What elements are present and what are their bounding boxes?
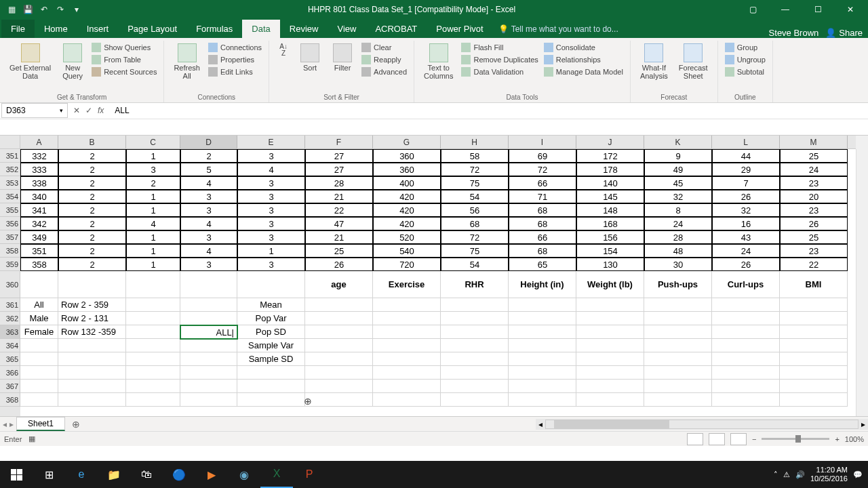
column-headers[interactable]: ABCDEFGHIJKLM	[20, 136, 856, 149]
tab-acrobat[interactable]: ACROBAT	[366, 20, 427, 38]
tell-me-search[interactable]: 💡Tell me what you want to do...	[493, 20, 624, 38]
tab-view[interactable]: View	[328, 20, 366, 38]
redo-icon[interactable]: ↷	[54, 3, 66, 16]
clock-icon	[92, 67, 101, 77]
clear-button[interactable]: Clear	[360, 42, 408, 53]
tab-formulas[interactable]: Formulas	[186, 20, 242, 38]
tab-file[interactable]: File	[1, 20, 35, 38]
zoom-slider[interactable]	[762, 438, 829, 440]
reapply-button[interactable]: Reapply	[360, 54, 408, 65]
user-name[interactable]: Steve Brown	[769, 28, 819, 38]
forecast-button[interactable]: Forecast Sheet	[675, 42, 712, 81]
remove-duplicates-button[interactable]: Remove Duplicates	[460, 54, 539, 65]
group-button[interactable]: Group	[724, 42, 767, 53]
bulb-icon: 💡	[498, 24, 509, 34]
page-break-view-button[interactable]	[730, 433, 747, 445]
enter-icon[interactable]: ✓	[85, 106, 92, 115]
tab-home[interactable]: Home	[35, 20, 77, 38]
undo-icon[interactable]: ↶	[38, 3, 50, 16]
powerpoint-taskbar-icon[interactable]: P	[293, 461, 326, 488]
relationships-button[interactable]: Relationships	[542, 54, 625, 65]
macro-icon[interactable]: ▦	[28, 434, 35, 443]
worksheet-grid[interactable]: 3322123273605869172944253332354273607272…	[20, 149, 856, 416]
windows-taskbar: ⊞ e 📁 🛍 🔵 ▶ ◉ X P ˄ ⚠ 🔊 11:20 AM10/25/20…	[0, 461, 868, 488]
zoom-in-button[interactable]: +	[835, 435, 839, 443]
horizontal-scrollbar[interactable]: ◂ ▸	[536, 419, 868, 430]
minimize-icon[interactable]: —	[770, 0, 800, 19]
maximize-icon[interactable]: ☐	[803, 0, 833, 19]
flash-fill-button[interactable]: Flash Fill	[460, 42, 539, 53]
task-view-icon[interactable]: ⊞	[33, 461, 65, 488]
tab-data[interactable]: Data	[242, 20, 279, 38]
page-layout-view-button[interactable]	[709, 433, 725, 445]
tab-power-pivot[interactable]: Power Pivot	[427, 20, 492, 38]
advanced-button[interactable]: Advanced	[360, 66, 408, 77]
show-queries-button[interactable]: Show Queries	[90, 42, 158, 53]
refresh-all-button[interactable]: Refresh All	[170, 42, 204, 81]
properties-button[interactable]: Properties	[207, 54, 263, 65]
start-button[interactable]	[0, 461, 33, 488]
data-model-button[interactable]: Manage Data Model	[542, 66, 625, 77]
new-sheet-button[interactable]: ⊕	[65, 419, 87, 430]
group-label: Get & Transform	[5, 92, 158, 102]
database-icon	[21, 43, 40, 62]
tray-chevron-icon[interactable]: ˄	[774, 470, 778, 479]
text-to-columns-button[interactable]: Text to Columns	[420, 42, 457, 81]
file-explorer-icon[interactable]: 📁	[98, 461, 130, 488]
ribbon-display-icon[interactable]: ▢	[738, 0, 768, 19]
new-query-button[interactable]: New Query	[58, 42, 87, 81]
edit-links-button[interactable]: Edit Links	[207, 66, 263, 77]
zoom-out-button[interactable]: −	[752, 435, 756, 443]
row-headers[interactable]: 3513523533543553563573583593603613623633…	[0, 149, 20, 416]
sheet-tab[interactable]: Sheet1	[16, 417, 65, 431]
funnel-icon	[333, 43, 352, 62]
normal-view-button[interactable]	[687, 433, 703, 445]
volume-icon[interactable]: 🔊	[795, 470, 805, 479]
what-if-button[interactable]: What-If Analysis	[636, 42, 672, 81]
app-icon[interactable]: ◉	[228, 461, 260, 488]
media-player-icon[interactable]: ▶	[195, 461, 228, 488]
share-icon: 👤	[825, 28, 836, 38]
sort-az-button[interactable]: A↓Z	[275, 42, 292, 58]
name-box[interactable]: D363▾	[1, 103, 68, 118]
chrome-icon[interactable]: 🔵	[163, 461, 195, 488]
sheet-prev-icon[interactable]: ◂	[3, 420, 7, 429]
subtotal-button[interactable]: Subtotal	[724, 66, 767, 77]
tab-page-layout[interactable]: Page Layout	[118, 20, 186, 38]
close-icon[interactable]: ✕	[835, 0, 865, 19]
quick-access-toolbar: ▦ 💾 ↶ ↷ ▾	[0, 3, 88, 16]
tab-insert[interactable]: Insert	[77, 20, 119, 38]
system-clock[interactable]: 11:20 AM10/25/2016	[810, 466, 848, 483]
chevron-down-icon[interactable]: ▾	[60, 107, 63, 114]
sort-button[interactable]: Sort	[295, 42, 325, 73]
consolidate-button[interactable]: Consolidate	[542, 42, 625, 53]
group-label: Outline	[724, 92, 767, 102]
table-icon	[92, 43, 101, 52]
network-icon[interactable]: ⚠	[783, 470, 790, 479]
store-icon[interactable]: 🛍	[130, 461, 163, 488]
select-all-corner[interactable]	[0, 136, 20, 149]
recent-sources-button[interactable]: Recent Sources	[90, 66, 158, 77]
vertical-scrollbar[interactable]	[856, 149, 868, 416]
filter-button[interactable]: Filter	[328, 42, 357, 73]
share-button[interactable]: 👤Share	[825, 28, 863, 38]
qat-customize-icon[interactable]: ▾	[71, 3, 83, 16]
forecast-icon	[684, 43, 703, 62]
formula-input[interactable]: ALL	[109, 106, 868, 115]
notifications-icon[interactable]: 💬	[853, 470, 863, 479]
save-icon[interactable]: 💾	[22, 3, 34, 16]
connections-button[interactable]: Connections	[207, 42, 263, 53]
window-title: HHPR 801 Class Data Set_1 [Compatibility…	[88, 5, 735, 14]
tab-review[interactable]: Review	[280, 20, 328, 38]
sheet-next-icon[interactable]: ▸	[9, 420, 14, 429]
get-external-data-button[interactable]: Get External Data	[5, 42, 55, 81]
zoom-level[interactable]: 100%	[845, 435, 864, 443]
edge-icon[interactable]: e	[65, 461, 98, 488]
excel-taskbar-icon[interactable]: X	[260, 461, 293, 488]
from-table-button[interactable]: From Table	[90, 54, 158, 65]
sheet-tab-bar: ◂▸ Sheet1 ⊕ ◂ ▸	[0, 416, 868, 431]
fx-icon[interactable]: fx	[98, 106, 104, 115]
data-validation-button[interactable]: Data Validation	[460, 66, 539, 77]
ungroup-button[interactable]: Ungroup	[724, 54, 767, 65]
cancel-icon[interactable]: ✕	[73, 106, 80, 115]
